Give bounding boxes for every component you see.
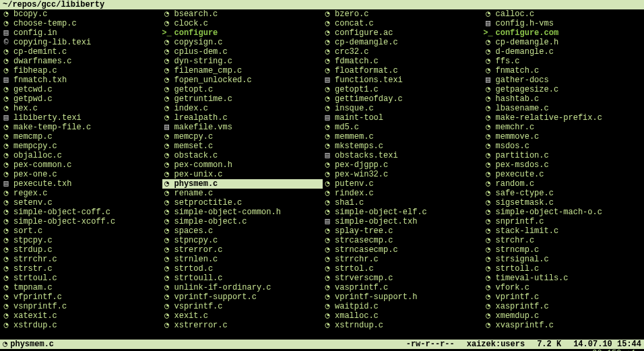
file-item[interactable]: ◔strstr.c (1, 264, 162, 274)
file-item[interactable]: ◔waitpid.c (323, 302, 484, 311)
file-item[interactable]: ◔vprintf-support.h (323, 292, 484, 302)
file-item[interactable]: ◔getpwd.c (1, 94, 162, 104)
file-item[interactable]: ◔tmpnam.c (1, 283, 162, 292)
file-item[interactable]: ◔vfork.c (484, 283, 645, 292)
file-item[interactable]: ◔memset.c (162, 141, 323, 151)
file-item[interactable]: ◔d-demangle.c (484, 47, 645, 57)
file-item[interactable]: ◔stpncpy.c (162, 236, 323, 245)
file-item[interactable]: ◔dwarfnames.c (1, 57, 162, 66)
file-item[interactable]: ◔index.c (162, 104, 323, 113)
file-item[interactable]: ◔mkstemps.c (323, 141, 484, 151)
file-item[interactable]: ◔crc32.c (323, 47, 484, 57)
file-item[interactable]: ◔memchr.c (484, 123, 645, 132)
file-item[interactable]: ◔partition.c (484, 151, 645, 160)
file-item[interactable]: ◔xatexit.c (1, 311, 162, 321)
file-item[interactable]: ◔putenv.c (323, 179, 484, 189)
file-item[interactable]: ◔random.c (484, 179, 645, 189)
file-item[interactable]: ◔stpcpy.c (1, 236, 162, 245)
file-item[interactable]: ◔fnmatch.c (484, 66, 645, 75)
file-item[interactable]: ◔simple-object.c (162, 217, 323, 226)
file-item[interactable]: ◔strrchr.c (1, 255, 162, 264)
file-item[interactable]: ◔concat.c (323, 19, 484, 28)
file-item[interactable]: ◔fdmatch.c (323, 57, 484, 66)
file-item[interactable]: ◔vasprintf.c (323, 283, 484, 292)
file-item[interactable]: ◔objalloc.c (1, 151, 162, 160)
file-item[interactable]: ▤maint-tool (323, 113, 484, 123)
file-item[interactable]: ◔vsnprintf.c (1, 302, 162, 311)
file-item[interactable]: ◔strchr.c (484, 236, 645, 245)
file-item[interactable]: ◔xmalloc.c (323, 311, 484, 321)
file-item[interactable]: ◔spaces.c (162, 226, 323, 236)
file-item[interactable]: ◔getruntime.c (162, 94, 323, 104)
file-item[interactable]: ◔memcpy.c (162, 132, 323, 141)
file-item[interactable]: ◔strtoll.c (484, 264, 645, 274)
file-item[interactable]: >_configure (162, 28, 323, 38)
file-item[interactable]: ◔pex-one.c (1, 170, 162, 179)
file-item[interactable]: ◔sha1.c (323, 198, 484, 208)
file-item[interactable]: ◔simple-object-elf.c (323, 208, 484, 217)
file-item[interactable]: ◔clock.c (162, 19, 323, 28)
file-item[interactable]: ◔simple-object-coff.c (1, 208, 162, 217)
file-item[interactable]: ▤fnmatch.txh (1, 75, 162, 85)
file-item[interactable]: ◔dyn-string.c (162, 57, 323, 66)
file-item[interactable]: ◔xmemdup.c (484, 311, 645, 321)
file-item[interactable]: ◔getpagesize.c (484, 85, 645, 94)
file-item[interactable]: ◔make-relative-prefix.c (484, 113, 645, 123)
file-item[interactable]: ◔cplus-dem.c (162, 47, 323, 57)
file-item[interactable]: ◔bsearch.c (162, 9, 323, 19)
file-item[interactable]: ◔fibheap.c (1, 66, 162, 75)
file-item[interactable]: ◔hashtab.c (484, 94, 645, 104)
file-item[interactable]: ◔physmem.c (162, 179, 323, 189)
file-item[interactable]: ◔pexecute.c (484, 170, 645, 179)
file-item[interactable]: ▤makefile.vms (162, 123, 323, 132)
file-item[interactable]: ◔pex-common.c (1, 160, 162, 170)
file-item[interactable]: ◔stack-limit.c (484, 226, 645, 236)
file-item[interactable]: ◔hex.c (1, 104, 162, 113)
file-item[interactable]: ◔bzero.c (323, 9, 484, 19)
file-item[interactable]: ▤config.in (1, 28, 162, 38)
file-item[interactable]: ◔strnlen.c (162, 255, 323, 264)
file-item[interactable]: ◔calloc.c (484, 9, 645, 19)
file-item[interactable]: ◔strncmp.c (484, 245, 645, 255)
file-item[interactable]: ◔memmem.c (323, 132, 484, 141)
file-item[interactable]: ◔sort.c (1, 226, 162, 236)
file-item[interactable]: ◔filename_cmp.c (162, 66, 323, 75)
file-item[interactable]: ◔make-temp-file.c (1, 123, 162, 132)
file-item[interactable]: ◔strtol.c (323, 264, 484, 274)
file-item[interactable]: ◔md5.c (323, 123, 484, 132)
file-item[interactable]: ◔fopen_unlocked.c (162, 75, 323, 85)
file-item[interactable]: ◔xstrerror.c (162, 321, 323, 330)
file-item[interactable]: ◔insque.c (323, 104, 484, 113)
file-item[interactable]: ◔strtoull.c (162, 274, 323, 283)
file-item[interactable]: ◔strdup.c (1, 245, 162, 255)
file-item[interactable]: ◔strrchr.c (323, 255, 484, 264)
file-item[interactable]: ▤pexecute.txh (1, 179, 162, 189)
file-item[interactable]: ◔copysign.c (162, 38, 323, 47)
file-item[interactable]: ◔safe-ctype.c (484, 189, 645, 198)
file-item[interactable]: ©copying-lib.texi (1, 38, 162, 47)
file-item[interactable]: ◔pex-unix.c (162, 170, 323, 179)
file-item[interactable]: ◔setproctitle.c (162, 198, 323, 208)
file-item[interactable]: ▤obstacks.texi (323, 151, 484, 160)
file-item[interactable]: ◔regex.c (1, 189, 162, 198)
file-item[interactable]: ◔strtoul.c (1, 274, 162, 283)
file-item[interactable]: ◔choose-temp.c (1, 19, 162, 28)
file-item[interactable]: ▤simple-object.txh (323, 217, 484, 226)
file-item[interactable]: ◔xasprintf.c (484, 302, 645, 311)
file-item[interactable]: ◔strtod.c (162, 264, 323, 274)
file-item[interactable]: ◔vprintf.c (484, 292, 645, 302)
file-item[interactable]: ◔getcwd.c (1, 85, 162, 94)
file-item[interactable]: ◔xstrndup.c (323, 321, 484, 330)
file-item[interactable]: ◔vsprintf.c (162, 302, 323, 311)
file-item[interactable]: ◔strerror.c (162, 245, 323, 255)
file-item[interactable]: ◔memcmp.c (1, 132, 162, 141)
file-item[interactable]: ◔msdos.c (484, 141, 645, 151)
file-item[interactable]: ◔ffs.c (484, 57, 645, 66)
file-item[interactable]: >_configure.com (484, 28, 645, 38)
file-item[interactable]: ◔rindex.c (323, 189, 484, 198)
file-item[interactable]: ◔snprintf.c (484, 217, 645, 226)
file-item[interactable]: ◔getopt1.c (323, 85, 484, 94)
file-item[interactable]: ▤config.h-vms (484, 19, 645, 28)
file-item[interactable]: ◔lbasename.c (484, 104, 645, 113)
file-item[interactable]: ◔timeval-utils.c (484, 274, 645, 283)
